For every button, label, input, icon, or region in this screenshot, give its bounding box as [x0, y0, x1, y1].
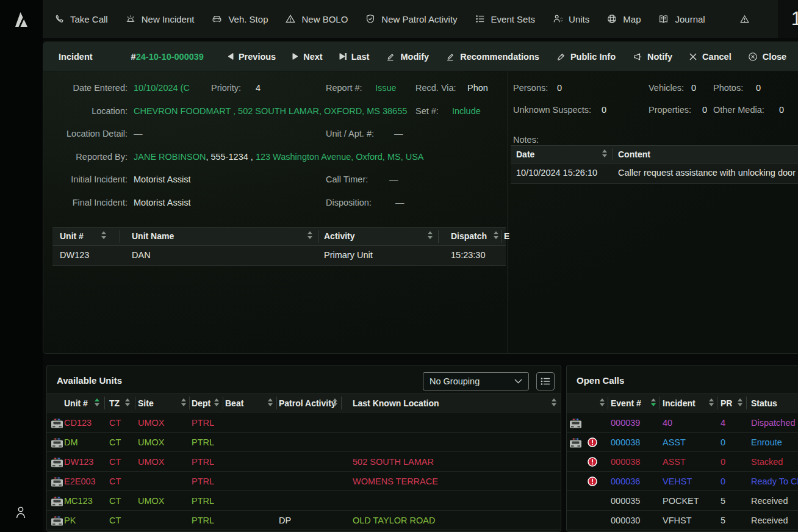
call-row[interactable]: 000039 40 4 Dispatched [567, 413, 798, 433]
column-menu-button[interactable] [536, 372, 555, 390]
sort-icon[interactable] [101, 231, 107, 239]
cell-incident: 40 [663, 418, 672, 428]
report-value[interactable]: Issue [375, 83, 397, 93]
assigned-unit-row[interactable]: DW123 DAN Primary Unit 15:23:30 [52, 246, 506, 266]
unit-row[interactable]: E2E003 CT PTRL WOMENS TERRACE [47, 472, 561, 491]
cell-dept: PTRL [192, 418, 214, 428]
col-date[interactable]: Date [516, 149, 534, 159]
cell-status: Received [751, 496, 788, 506]
col-dispatch[interactable]: Dispatch [451, 231, 487, 241]
clock-box: 15:26:18 [778, 0, 798, 38]
photos-label: Photos: [713, 83, 743, 93]
sort-icon[interactable] [181, 398, 187, 406]
unit-row[interactable]: DM CT UMOX PTRL [47, 433, 561, 452]
sort-icon-ascending[interactable] [95, 398, 100, 406]
call-timer-label: Call Timer: [326, 174, 368, 184]
x-icon [689, 52, 697, 61]
col-unit-number[interactable]: Unit # [64, 398, 88, 408]
user-profile-icon[interactable] [15, 505, 27, 520]
col-activity[interactable]: Activity [324, 231, 355, 241]
cell-site: UMOX [138, 418, 165, 428]
cell-event: 000038 [611, 437, 640, 447]
col-site[interactable]: Site [138, 398, 154, 408]
unit-row[interactable]: CD123 CT UMOX PTRL [47, 413, 561, 433]
next-button[interactable]: Next [292, 52, 322, 62]
col-status[interactable]: Status [751, 398, 777, 408]
sort-icon[interactable] [494, 231, 499, 239]
col-patrol-activity[interactable]: Patrol Activity [279, 398, 336, 408]
location-value[interactable]: CHEVRON FOODMART , 502 SOUTH LAMAR, OXFO… [134, 106, 407, 116]
col-incident[interactable]: Incident [663, 398, 696, 408]
recommendations-button[interactable]: Recommendations [445, 52, 539, 62]
menu-take-call[interactable]: Take Call [54, 13, 108, 24]
menu-journal[interactable]: Journal [658, 13, 705, 24]
menu-new-bolo[interactable]: New BOLO [285, 13, 348, 24]
call-row[interactable]: 000038 ASST 0 Enroute [567, 433, 798, 452]
col-event-number[interactable]: Event # [611, 398, 641, 408]
sort-icon[interactable] [428, 231, 433, 239]
menu-new-patrol-activity[interactable]: New Patrol Activity [365, 13, 457, 24]
menu-new-incident[interactable]: New Incident [125, 13, 195, 24]
call-row[interactable]: 000038 ASST 0 Stacked [567, 452, 798, 472]
cell-status: Enroute [751, 437, 782, 447]
call-row[interactable]: 000030 VFHST 5 Received [567, 511, 798, 530]
unit-row[interactable]: DW123 CT UMOX PTRL 502 SOUTH LAMAR [47, 452, 561, 472]
col-tz[interactable]: TZ [109, 398, 120, 408]
menu-veh-stop[interactable]: Veh. Stop [211, 13, 268, 24]
col-beat[interactable]: Beat [225, 398, 243, 408]
col-pr[interactable]: PR [721, 398, 732, 408]
date-entered-value: 10/10/2024 (C [134, 83, 190, 93]
cell-site: UMOX [138, 496, 165, 506]
unit-row[interactable]: MC123 CT UMOX PTRL [47, 491, 561, 511]
chevron-down-icon [514, 379, 522, 384]
incident-number: 24-10-10-000039 [136, 52, 204, 62]
final-incident-label: Final Incident: [43, 198, 128, 207]
sort-icon[interactable] [600, 398, 605, 406]
menu-event-sets[interactable]: Event Sets [475, 13, 536, 24]
cell-activity: Primary Unit [324, 250, 373, 260]
menu-map[interactable]: Map [606, 13, 641, 24]
call-row[interactable]: 000035 POCKET 5 Received [567, 491, 798, 511]
unit-row[interactable]: PK CT PTRL DP OLD TAYLOR ROAD [47, 511, 561, 530]
sort-icon-descending[interactable] [651, 398, 656, 406]
sort-icon[interactable] [709, 398, 714, 406]
previous-button[interactable]: Previous [228, 52, 276, 62]
available-units-panel: Available Units No Grouping Unit # TZ Si… [46, 365, 561, 532]
grouping-dropdown[interactable]: No Grouping [423, 372, 529, 390]
call-row[interactable]: 000036 VEHST 0 Ready To Clo [567, 472, 798, 491]
sort-icon[interactable] [552, 398, 557, 406]
note-row[interactable]: 10/10/2024 15:26:10 Caller request assis… [511, 164, 798, 184]
sort-icon[interactable] [214, 398, 220, 406]
alert-warning-icon[interactable] [739, 14, 750, 24]
vehicles-value: 0 [691, 83, 696, 93]
unknown-suspects-label: Unknown Suspects: [513, 105, 591, 115]
cell-event: 000030 [611, 516, 640, 525]
cancel-button[interactable]: Cancel [689, 52, 732, 62]
col-unit-name[interactable]: Unit Name [132, 231, 174, 241]
col-dept[interactable]: Dept [192, 398, 210, 408]
col-last-known-location[interactable]: Last Known Location [353, 398, 439, 408]
public-info-button[interactable]: Public Info [556, 52, 616, 62]
police-car-icon [569, 437, 582, 449]
cell-tz: CT [109, 457, 121, 467]
modify-button[interactable]: Modify [386, 52, 429, 62]
notify-button[interactable]: Notify [632, 52, 672, 62]
col-content[interactable]: Content [618, 149, 650, 159]
globe-icon [606, 13, 617, 24]
cell-tz: CT [109, 418, 121, 428]
reported-by-value[interactable]: JANE ROBINSON, 555-1234 , 123 Washington… [134, 152, 424, 162]
close-button[interactable]: Close [748, 52, 787, 62]
last-button[interactable]: Last [339, 52, 370, 62]
sort-icon[interactable] [332, 398, 338, 406]
set-number-value[interactable]: Include [452, 106, 481, 116]
sort-icon[interactable] [307, 231, 313, 239]
sort-icon[interactable] [602, 149, 608, 157]
alert-badge-icon [588, 457, 597, 467]
sort-icon[interactable] [125, 398, 131, 406]
col-unit-number[interactable]: Unit # [60, 231, 84, 241]
disposition-label: Disposition: [326, 198, 372, 207]
sort-icon[interactable] [738, 398, 743, 406]
sort-icon[interactable] [268, 398, 273, 406]
menu-units[interactable]: Units [552, 13, 589, 24]
cell-unit-name: DAN [132, 250, 151, 260]
